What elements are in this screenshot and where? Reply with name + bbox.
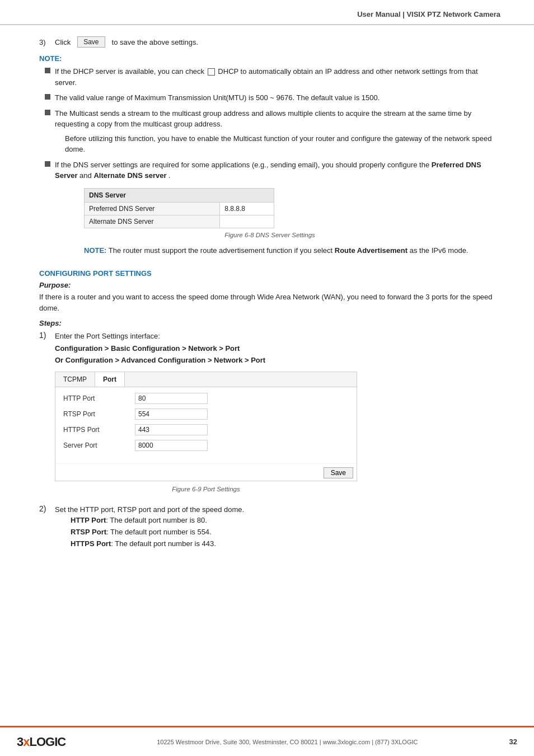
header-title: User Manual | VISIX PTZ Network Camera [357,10,500,18]
note-item-4-text: If the DNS server settings are required … [55,159,500,181]
step-3-line: 3) Click Save to save the above settings… [39,36,500,48]
header-bold: | VISIX PTZ Network Camera [402,10,500,18]
step-2-rtsp: RTSP Port: The default port number is 55… [71,527,244,538]
section-heading: CONFIGURING PORT SETTINGS [39,269,500,278]
dhcp-label: DHCP [218,67,238,76]
step-2-detail: HTTP Port: The default port number is 80… [71,515,244,550]
page-header: User Manual | VISIX PTZ Network Camera [0,0,534,25]
dns-table: DNS Server Preferred DNS Server 8.8.8.8 … [84,188,274,228]
step-2-intro: Set the HTTP port, RTSP port and port of… [55,504,244,515]
inline-note-bold2: Route Advertisement [335,246,407,255]
port-field-rtsp: RTSP Port [63,408,349,420]
note-item-3-wrap: The Multicast sends a stream to the mult… [55,108,500,155]
step-1-item: 1) Enter the Port Settings interface: Co… [39,331,500,499]
step-1-path1: Configuration > Basic Configuration > Ne… [55,343,357,354]
inline-note-bold: NOTE: [84,246,106,255]
rtsp-port-input[interactable] [135,408,208,420]
http-port-label: HTTP Port [63,393,130,403]
note-4-end: . [168,171,171,180]
bullet-3 [45,110,50,115]
header-text: User Manual [357,10,402,18]
http-port-input[interactable] [135,393,208,404]
port-field-server: Server Port [63,440,349,451]
step-2-content: Set the HTTP port, RTSP port and port of… [55,504,244,550]
port-field-https: HTTPS Port [63,424,349,435]
step-1-intro: Enter the Port Settings interface: [55,331,357,342]
steps-list: 1) Enter the Port Settings interface: Co… [39,331,500,550]
step-2-num: 2) [39,504,51,513]
figure-6-8-caption: Figure 6-8 DNS Server Settings [39,232,500,238]
note-item-3-sub: Before utilizing this function, you have… [65,133,500,155]
https-port-input[interactable] [135,424,208,435]
inline-note: NOTE: The router must support the route … [84,243,500,259]
step-2-https-text: : The default port number is 443. [111,539,216,548]
step-3-pre: Click [55,38,71,46]
note-item-1: If the DHCP server is available, you can… [45,66,500,88]
inline-note-text: The router must support the route advert… [109,246,335,255]
step-2-https: HTTPS Port: The default port number is 4… [71,538,244,550]
port-tab-port[interactable]: Port [95,372,125,387]
steps-label: Steps: [39,319,500,327]
footer-page-num: 32 [509,738,517,746]
page-footer: 3xLOGIC 10225 Westmoor Drive, Suite 300,… [0,726,534,756]
port-save-row: Save [55,463,357,481]
purpose-text: If there is a router and you want to acc… [39,292,500,313]
note-item-2-text: The valid value range of Maximum Transmi… [55,92,380,104]
step-2-item: 2) Set the HTTP port, RTSP port and port… [39,504,500,550]
port-save-button[interactable]: Save [324,467,353,478]
step-3-num: 3) [39,38,50,46]
save-button-inline[interactable]: Save [77,36,105,48]
inline-note-text2: as the IPv6 mode. [410,246,469,255]
step-2-http-text: : The default port number is 80. [106,516,207,524]
port-table-wrap: TCPMP Port HTTP Port RTSP Port [55,372,357,481]
step-1-path2: Or Configuration > Advanced Configuratio… [55,355,357,366]
note-label: NOTE: [39,54,500,63]
logo-logic: LOGIC [30,735,66,749]
bullet-4 [45,161,50,167]
rtsp-port-label: RTSP Port [63,409,130,419]
port-field-http: HTTP Port [63,393,349,404]
note-item-2: The valid value range of Maximum Transmi… [45,92,500,104]
note-item-1-text: If the DHCP server is available, you can… [55,66,500,88]
figure-6-9-caption: Figure 6-9 Port Settings [55,485,357,494]
dns-alternate-value [220,215,274,228]
port-fields: HTTP Port RTSP Port HTTPS Port [55,387,357,463]
alternate-dns-label: Alternate DNS server [93,171,166,180]
note-item-3-text: The Multicast sends a stream to the mult… [55,108,500,130]
note-4-before: If the DNS server settings are required … [55,161,429,169]
note-4-and: and [79,171,93,180]
dns-preferred-value: 8.8.8.8 [220,202,274,215]
step-1-content: Enter the Port Settings interface: Confi… [55,331,357,499]
dns-alternate-label: Alternate DNS Server [85,215,220,228]
page-container: User Manual | VISIX PTZ Network Camera 3… [0,0,534,756]
main-content: 3) Click Save to save the above settings… [0,25,534,567]
step-1-path2-pre: Or [55,356,65,364]
note-item-3: The Multicast sends a stream to the mult… [45,108,500,155]
step-1-num: 1) [39,331,51,340]
bullet-1 [45,68,50,73]
note-item-4: If the DNS server settings are required … [45,159,500,181]
logo-x: x [23,735,29,749]
step-2-rtsp-text: : The default port number is 554. [106,528,212,536]
note-list: If the DHCP server is available, you can… [39,66,500,181]
dns-preferred-label: Preferred DNS Server [85,202,220,215]
note-1-before: If the DHCP server is available, you can… [55,67,204,76]
purpose-label: Purpose: [39,281,500,289]
bullet-2 [45,94,50,100]
step-2-http: HTTP Port: The default port number is 80… [71,515,244,527]
server-port-input[interactable] [135,440,208,451]
https-port-label: HTTPS Port [63,425,130,435]
footer-address: 10225 Westmoor Drive, Suite 300, Westmin… [157,739,418,745]
footer-logo: 3xLOGIC [17,735,65,749]
step-3-post: to save the above settings. [112,38,199,46]
port-tab-header: TCPMP Port [55,372,357,387]
dns-table-header: DNS Server [85,188,274,202]
dhcp-checkbox [208,68,215,76]
dns-table-wrap: DNS Server Preferred DNS Server 8.8.8.8 … [84,188,500,228]
dns-row-alternate: Alternate DNS Server [85,215,274,228]
port-tab-tcpmp[interactable]: TCPMP [55,372,95,387]
logo-3: 3 [17,735,23,749]
step-1-path2-text: Configuration > Advanced Configuration >… [65,356,265,364]
dns-row-preferred: Preferred DNS Server 8.8.8.8 [85,202,274,215]
server-port-label: Server Port [63,440,130,450]
